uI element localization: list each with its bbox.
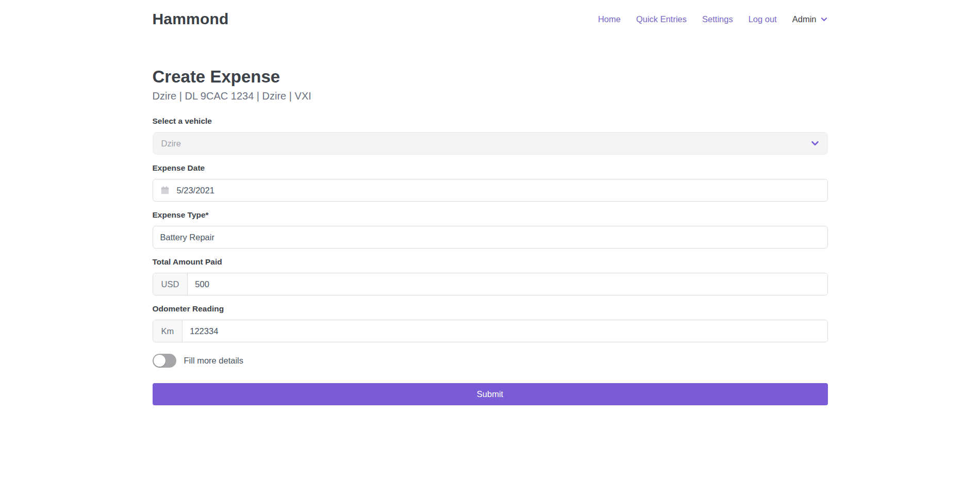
more-details-row: Fill more details [153,354,828,368]
expense-date-wrap [153,179,828,202]
create-expense-form: Select a vehicle Dzire Expense Date Expe… [153,117,828,405]
navbar: Hammond Home Quick Entries Settings Log … [0,0,980,37]
nav-links: Home Quick Entries Settings Log out Admi… [598,14,828,24]
chevron-down-icon [820,15,828,23]
odometer-input[interactable] [182,320,827,342]
expense-date-input[interactable] [153,179,828,202]
vehicle-select[interactable]: Dzire [153,132,828,155]
vehicle-summary: Dzire | DL 9CAC 1234 | Dzire | VXI [153,90,828,102]
toggle-label: Fill more details [184,356,244,366]
nav-link-home[interactable]: Home [598,14,621,24]
unit-prefix: Km [153,320,183,342]
vehicle-select-label: Select a vehicle [153,117,828,126]
fill-more-details-toggle[interactable] [153,354,176,368]
total-amount-label: Total Amount Paid [153,257,828,267]
currency-prefix: USD [153,273,188,295]
calendar-icon [160,186,170,195]
toggle-knob [154,355,165,367]
expense-date-label: Expense Date [153,163,828,173]
total-amount-input[interactable] [188,273,827,295]
nav-link-quick-entries[interactable]: Quick Entries [636,14,687,24]
page-head: Create Expense Dzire | DL 9CAC 1234 | Dz… [153,67,828,102]
page-title: Create Expense [153,67,828,87]
user-menu[interactable]: Admin [792,14,828,24]
nav-link-settings[interactable]: Settings [702,14,733,24]
user-menu-label: Admin [792,14,817,24]
submit-button[interactable]: Submit [153,383,828,405]
odometer-label: Odometer Reading [153,304,828,314]
expense-type-label: Expense Type* [153,210,828,220]
main-content: Create Expense Dzire | DL 9CAC 1234 | Dz… [153,67,828,405]
vehicle-select-wrap: Dzire [153,132,828,155]
expense-type-input[interactable] [153,226,828,249]
total-amount-group: USD [153,273,828,295]
odometer-group: Km [153,320,828,342]
nav-link-logout[interactable]: Log out [749,14,777,24]
brand-logo[interactable]: Hammond [153,10,229,28]
